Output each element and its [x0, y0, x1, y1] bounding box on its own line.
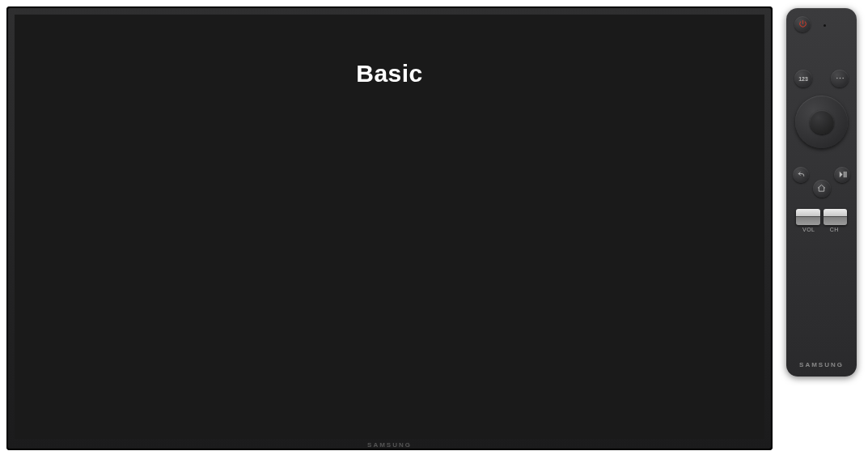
more-button[interactable] [831, 70, 849, 87]
dpad-ring[interactable] [795, 96, 848, 148]
remote-control: 123 [786, 8, 857, 377]
volume-label: VOL [796, 227, 822, 232]
tv-screen: Basic [15, 15, 764, 439]
back-button[interactable] [793, 167, 809, 183]
home-icon [817, 181, 826, 196]
back-icon [797, 168, 806, 182]
home-button[interactable] [813, 180, 831, 198]
power-icon [798, 17, 807, 32]
numpad-button[interactable]: 123 [794, 70, 812, 87]
volume-rocker[interactable] [796, 209, 820, 225]
svg-point-2 [842, 78, 843, 79]
more-icon [836, 71, 845, 86]
tv-frame: Basic SAMSUNG [6, 6, 773, 450]
rocker-labels: VOL CH [796, 227, 847, 232]
dpad-select-button[interactable] [810, 110, 834, 134]
tv-brand-label: SAMSUNG [367, 441, 412, 449]
channel-label: CH [822, 227, 848, 232]
svg-marker-3 [839, 172, 842, 177]
svg-point-1 [839, 78, 840, 79]
microphone-hole [824, 24, 826, 27]
rocker-row [796, 209, 847, 225]
svg-rect-4 [843, 172, 844, 177]
power-button[interactable] [794, 16, 811, 32]
numpad-label: 123 [798, 76, 808, 82]
svg-rect-5 [845, 172, 846, 177]
remote-brand-label: SAMSUNG [786, 361, 857, 368]
screen-title: Basic [356, 60, 423, 87]
svg-point-0 [836, 78, 837, 79]
channel-rocker[interactable] [824, 209, 848, 225]
play-pause-button[interactable] [834, 167, 850, 183]
play-pause-icon [838, 168, 847, 182]
